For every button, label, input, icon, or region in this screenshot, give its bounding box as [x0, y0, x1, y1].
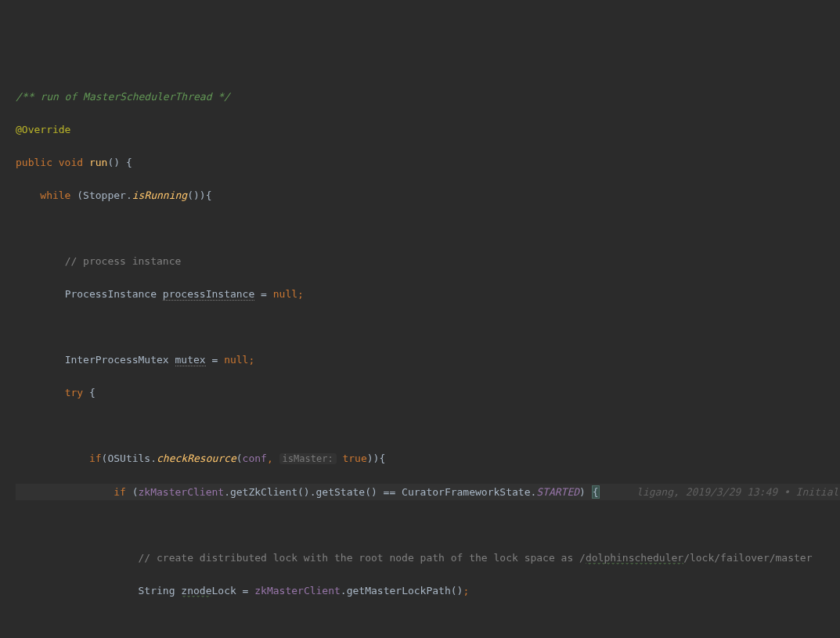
- kw: null: [224, 354, 248, 366]
- punct: Lock =: [211, 585, 254, 597]
- punct: .getMasterLockPath(): [341, 585, 463, 597]
- semicolon: ;: [463, 585, 469, 597]
- code-line[interactable]: String znodeLock = zkMasterClient.getMas…: [16, 582, 840, 599]
- var: processInstance: [163, 288, 254, 301]
- semicolon: ;: [248, 354, 254, 366]
- doc-comment: /** run of MasterSchedulerThread */: [16, 91, 230, 103]
- punct: () {: [107, 157, 132, 168]
- type: String: [139, 585, 182, 597]
- comma: ,: [267, 452, 279, 464]
- annotation: @Override: [16, 124, 70, 135]
- code-line[interactable]: try {: [16, 384, 840, 401]
- punct: (OSUtils.: [102, 452, 157, 464]
- type: ProcessInstance: [65, 288, 163, 300]
- code-line[interactable]: if(OSUtils.checkResource(conf, isMaster:…: [16, 450, 840, 467]
- kw: public: [16, 157, 52, 168]
- static-method: checkResource: [157, 452, 236, 464]
- static-method: isRunning: [132, 189, 187, 201]
- kw: if: [114, 486, 126, 498]
- comment: // create distributed lock with the root…: [139, 552, 586, 564]
- kw: void: [59, 157, 83, 168]
- punct: (Stopper.: [70, 189, 132, 201]
- code-line[interactable]: InterProcessMutex mutex = null;: [16, 351, 840, 368]
- code-line[interactable]: public void run() {: [16, 154, 840, 171]
- field: zkMasterClient: [139, 486, 225, 498]
- punct: ()){: [187, 189, 211, 201]
- comment: /lock/failover/master: [683, 552, 812, 564]
- code-line[interactable]: /** run of MasterSchedulerThread */: [16, 88, 840, 105]
- punct: ): [579, 486, 592, 498]
- comment: // process instance: [65, 255, 182, 267]
- type: InterProcessMutex: [65, 354, 175, 366]
- var: mutex: [175, 354, 206, 366]
- code-line-highlighted[interactable]: if (zkMasterClient.getZkClient().getStat…: [16, 484, 840, 500]
- kw: true: [342, 452, 366, 464]
- field: conf: [243, 452, 267, 464]
- kw: if: [89, 452, 102, 464]
- code-line[interactable]: while (Stopper.isRunning()){: [16, 187, 840, 204]
- code-line[interactable]: ProcessInstance processInstance = null;: [16, 286, 840, 302]
- code-line[interactable]: // process instance: [16, 253, 840, 269]
- code-line[interactable]: [16, 517, 840, 533]
- punct: .getZkClient().getState() == CuratorFram…: [224, 486, 536, 498]
- vcs-annotation[interactable]: ligang, 2019/3/29 13:49 • Initial: [600, 486, 840, 498]
- punct: =: [254, 288, 272, 300]
- brace-match: {: [592, 485, 600, 499]
- field: zkMasterClient: [254, 585, 341, 597]
- code-line[interactable]: // create distributed lock with the root…: [16, 550, 840, 566]
- punct: =: [206, 354, 224, 366]
- punct: (: [126, 486, 139, 498]
- code-line[interactable]: [16, 615, 840, 632]
- punct: {: [83, 387, 96, 398]
- kw: null: [273, 288, 297, 300]
- comment-typo: dolphinscheduler: [586, 552, 683, 564]
- var-typo: znode: [181, 585, 211, 597]
- code-editor[interactable]: /** run of MasterSchedulerThread */ @Ove…: [0, 66, 840, 638]
- kw: try: [65, 387, 83, 398]
- code-line[interactable]: @Override: [16, 121, 840, 138]
- parameter-hint: isMaster:: [279, 453, 337, 464]
- punct: )){: [367, 452, 385, 464]
- kw: while: [40, 189, 70, 201]
- static-field: STARTED: [536, 486, 579, 498]
- code-line[interactable]: [16, 220, 840, 236]
- punct: (: [236, 452, 243, 464]
- method-name: run: [89, 157, 107, 168]
- code-line[interactable]: [16, 417, 840, 434]
- semicolon: ;: [297, 288, 304, 300]
- code-line[interactable]: [16, 319, 840, 335]
